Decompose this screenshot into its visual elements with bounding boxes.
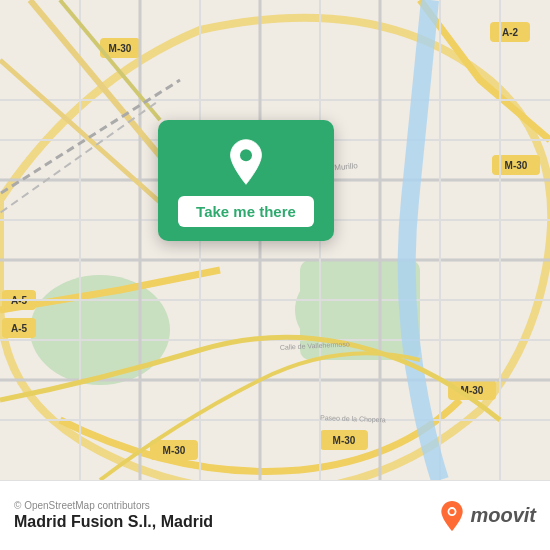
svg-text:A-2: A-2	[502, 27, 519, 38]
moovit-logo: moovit	[438, 500, 536, 532]
svg-text:M-30: M-30	[109, 43, 132, 54]
moovit-brand-text: moovit	[470, 504, 536, 527]
bottom-bar: © OpenStreetMap contributors Madrid Fusi…	[0, 480, 550, 550]
svg-text:A-5: A-5	[11, 323, 28, 334]
popup-card: Take me there	[158, 120, 334, 241]
location-pin-icon	[222, 138, 270, 186]
svg-point-43	[450, 508, 455, 513]
moovit-pin-icon	[438, 500, 466, 532]
svg-text:M-30: M-30	[505, 160, 528, 171]
svg-point-41	[240, 149, 252, 161]
bottom-left-info: © OpenStreetMap contributors Madrid Fusi…	[14, 500, 213, 531]
osm-attribution: © OpenStreetMap contributors	[14, 500, 213, 511]
svg-text:M-30: M-30	[333, 435, 356, 446]
take-me-there-button[interactable]: Take me there	[178, 196, 314, 227]
map-area: A-2 M-30 A-5 A-5 M-30 M-30 M-30 M-30	[0, 0, 550, 480]
svg-text:M-30: M-30	[163, 445, 186, 456]
location-name: Madrid Fusion S.l., Madrid	[14, 513, 213, 531]
